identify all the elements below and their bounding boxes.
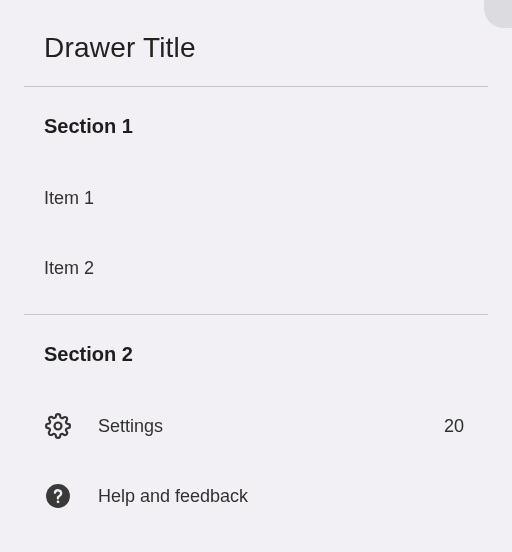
drawer-item-badge: 20 bbox=[444, 416, 464, 437]
drawer-item-settings[interactable]: Settings 20 bbox=[0, 398, 512, 454]
drawer-title: Drawer Title bbox=[44, 32, 468, 64]
drawer-header: Drawer Title bbox=[0, 0, 512, 86]
drawer-item-item-2[interactable]: Item 2 bbox=[0, 240, 512, 296]
help-icon bbox=[44, 482, 72, 510]
drawer-item-label: Help and feedback bbox=[98, 486, 468, 507]
drawer-item-help-and-feedback[interactable]: Help and feedback bbox=[0, 468, 512, 524]
gear-icon bbox=[44, 412, 72, 440]
drawer-item-label: Item 2 bbox=[44, 258, 468, 279]
drawer-item-label: Item 1 bbox=[44, 188, 468, 209]
navigation-drawer: Drawer Title Section 1 Item 1 Item 2 Sec… bbox=[0, 0, 512, 524]
section-header-1: Section 1 bbox=[0, 87, 512, 148]
svg-point-2 bbox=[57, 500, 60, 503]
drawer-item-label: Settings bbox=[98, 416, 444, 437]
svg-point-0 bbox=[55, 423, 62, 430]
drawer-item-item-1[interactable]: Item 1 bbox=[0, 170, 512, 226]
section-header-2: Section 2 bbox=[0, 315, 512, 376]
